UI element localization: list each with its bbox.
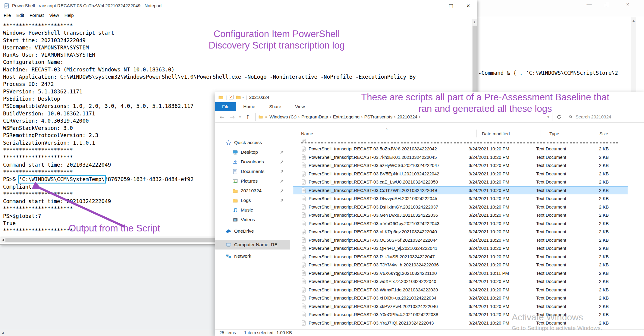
file-row[interactable]: PowerShell_transcript.RECAST-03.nLKRp6qv… [293,228,628,236]
maximize-icon[interactable]: □ [442,0,460,11]
file-row[interactable]: PowerShell_transcript.RECAST-03.CcThzWhl… [293,186,628,195]
sidebar-item[interactable]: 20210324 [215,186,290,196]
menu-item[interactable]: Edit [14,13,27,18]
text-file-icon [301,154,306,160]
scroll-left-icon[interactable]: ◀ [0,330,5,336]
file-size: 2 KB [586,262,609,267]
column-header-name[interactable]: Name [301,131,313,136]
column-header-size[interactable]: Size [599,131,608,136]
transcript-line: RunAs User: VIAMONSTRA\SYSTEM [3,51,472,58]
notepad-menubar: FileEditFormatViewHelp [0,11,477,19]
text-file-icon [301,254,306,259]
breadcrumb-segment[interactable]: 20210324 [397,114,417,119]
file-row[interactable]: PowerShell_transcript.RECAST-03.OC50SP6f… [293,236,628,244]
menu-item[interactable]: View [47,13,62,18]
sidebar-item[interactable]: Computer Name: RE [215,240,290,250]
minimize-icon[interactable]: — [425,0,442,11]
sidebar-item[interactable]: Quick access [215,138,290,147]
file-date-modified: 3/24/2021 10:20 PM [469,295,536,300]
chevron-down-icon[interactable]: ▾ [242,96,244,99]
breadcrumb-separator: › [392,115,397,119]
file-rows: PowerShell_transcript.RECAST-03.5oZbJWr8… [290,138,644,327]
file-row[interactable]: PowerShell_transcript.RECAST-03.xkPVzPw4… [293,302,628,311]
breadcrumb-overflow-icon[interactable]: « [265,114,268,120]
history-dropdown-icon[interactable]: ∨ [238,115,242,118]
breadcrumb-segment[interactable]: PSTranscripts [364,114,393,119]
file-row[interactable]: PowerShell_transcript.RECAST-03.mVnG6Gpy… [293,219,628,228]
sidebar-item[interactable]: Network [215,251,290,261]
sidebar-item[interactable]: Logs [215,196,290,205]
page-horizontal-scrollbar[interactable]: ◀ [0,330,213,336]
file-row[interactable]: PowerShell_transcript.RECAST-03.wdXElx72… [293,277,628,286]
column-divider[interactable] [541,130,541,137]
file-type: Text Document [536,254,586,259]
file-name: PowerShell_transcript.RECAST-03.azHyWCS6… [309,163,469,168]
search-input[interactable] [576,114,640,119]
breadcrumb-segment[interactable]: ExtraLogging [333,114,360,119]
file-row[interactable]: PowerShell_transcript.RECAST-03.5oZbJWr8… [293,145,628,153]
file-row[interactable]: PowerShell_transcript.RECAST-03.BV5EpNnU… [293,170,628,178]
file-row[interactable]: PowerShell_transcript.RECAST-03.QRn+U_9j… [293,244,628,253]
close-icon[interactable]: × [460,0,477,11]
file-row[interactable]: PowerShell_transcript.RECAST-03.WtmxF1dg… [293,286,628,294]
transcript-line: Configuration Name: [3,58,472,66]
forward-icon[interactable]: → [228,114,237,120]
file-date-modified: 3/24/2021 10:20 PM [469,155,536,160]
column-divider[interactable] [625,130,625,137]
scrollbar-thumb[interactable] [5,238,222,242]
refresh-button[interactable] [554,114,564,120]
file-row[interactable] [293,138,628,145]
sidebar-item[interactable]: Videos [215,215,290,225]
file-size: 2 KB [586,287,609,292]
file-row[interactable]: PowerShell_transcript.RECAST-03.TJYM4w_h… [293,261,628,269]
sidebar-item[interactable]: Downloads [215,157,290,167]
scroll-left-icon[interactable]: ◀ [0,237,5,243]
file-row[interactable]: PowerShell_transcript.RECAST-03.R_iJaiSB… [293,253,628,261]
sidebar-item-icon [233,188,238,193]
breadcrumb-segment[interactable]: Windows (C:) [269,114,297,119]
back-icon[interactable]: ← [218,114,227,120]
scroll-up-icon[interactable]: ▲ [472,19,477,25]
sidebar-item[interactable]: Music [215,205,290,215]
menu-item[interactable]: Format [27,13,47,18]
up-icon[interactable]: ↑ [243,114,252,120]
file-name: PowerShell_transcript.RECAST-03.5oZbJWr8… [309,146,469,151]
divider: | [246,95,247,100]
file-type: Text Document [536,204,586,209]
file-row[interactable]: PowerShell_transcript.RECAST-03.7khxEK01… [293,153,628,162]
breadcrumb-segment[interactable]: ProgramData [301,114,328,119]
close-icon[interactable]: × [624,2,631,8]
file-row[interactable]: PowerShell_transcript.RECAST-03.DsHxImGY… [293,203,628,211]
scroll-up-icon[interactable]: ▲ [631,18,636,23]
minimize-icon[interactable]: — [586,2,593,8]
file-type: Text Document [536,295,586,300]
file-row[interactable]: PowerShell_transcript.RECAST-03.V6X6sYqg… [293,269,628,278]
column-header-date[interactable]: Date modified [482,131,510,136]
file-row[interactable]: PowerShell_transcript.RECAST-03.azHyWCS6… [293,161,628,170]
quick-access-check-icon[interactable]: ✓ [229,95,234,99]
file-row[interactable]: PowerShell_transcript.RECAST-03.xHXBt+us… [293,294,628,302]
file-row[interactable]: PowerShell_transcript.RECAST-03.DIwvydAH… [293,194,628,203]
column-divider[interactable] [591,130,591,137]
folder-icon[interactable] [236,95,241,100]
ribbon-tab[interactable]: File [215,102,236,111]
ribbon-tab[interactable]: Share [262,102,288,111]
ribbon-tab[interactable]: Home [236,102,262,111]
sidebar-item-label: Desktop [241,149,258,155]
sidebar-item[interactable]: Documents [215,167,290,176]
file-row[interactable]: PowerShell_transcript.RECAST-03.caE_LwU0… [293,178,628,186]
sidebar-item[interactable]: OneDrive [215,226,290,236]
sidebar-item[interactable]: Desktop [215,147,290,157]
menu-item[interactable]: Help [62,13,77,18]
address-dropdown-icon[interactable]: ∨ [547,115,549,119]
column-header-type[interactable]: Type [549,131,559,136]
restore-icon[interactable] [605,2,612,7]
column-divider[interactable] [476,130,477,137]
sidebar-item-icon [226,229,231,234]
menu-item[interactable]: File [1,13,14,18]
text-file-icon [301,212,306,218]
file-row[interactable]: PowerShell_transcript.RECAST-03.GeYLwx8J… [293,211,628,219]
text-file-icon [301,262,306,268]
ribbon-tab[interactable]: View [288,102,312,111]
sidebar-item[interactable]: Pictures [215,176,290,186]
